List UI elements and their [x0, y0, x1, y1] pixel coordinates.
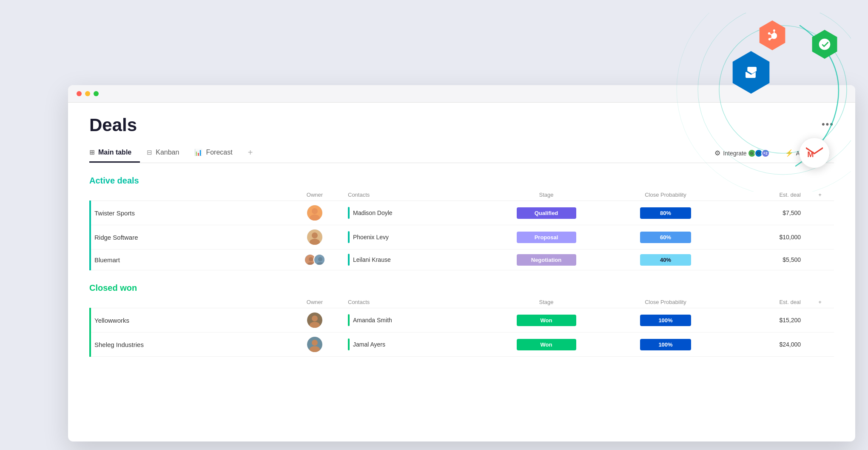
- table-row[interactable]: Twister Sports Madison Doyle Qualified 8…: [90, 201, 834, 225]
- prob-cell: 100%: [609, 308, 722, 332]
- add-row-button[interactable]: [806, 249, 834, 270]
- browser-titlebar: [68, 85, 855, 103]
- th-owner: Owner: [287, 189, 343, 201]
- tab-kanban-label: Kanban: [156, 149, 179, 156]
- tabs-right: ⚙ Integrate G O +2 ⚡ Automate / 2: [710, 146, 834, 160]
- prob-cell: 40%: [609, 249, 722, 270]
- contact-cell: Leilani Krause: [343, 249, 483, 270]
- tab-kanban[interactable]: ⊟ Kanban: [147, 144, 188, 163]
- automate-label: Automate / 2: [796, 150, 830, 157]
- prob-badge: 60%: [640, 232, 691, 243]
- prob-cell: 100%: [609, 332, 722, 357]
- tab-main-table-label: Main table: [98, 149, 131, 156]
- tab-main-table[interactable]: ⊞ Main table: [89, 144, 140, 163]
- est-deal: $5,500: [722, 249, 806, 270]
- deal-name: Ridge Software: [90, 225, 287, 249]
- contact-name: Amanda Smith: [353, 317, 392, 324]
- svg-point-17: [312, 315, 318, 321]
- stage-badge: Won: [517, 315, 576, 326]
- deal-name: Twister Sports: [90, 201, 287, 225]
- add-row-button[interactable]: [806, 201, 834, 225]
- th-stage: Stage: [483, 189, 609, 201]
- th-est: Est. deal: [722, 189, 806, 201]
- forecast-icon: 📊: [194, 149, 202, 156]
- table-row[interactable]: Ridge Software Phoenix Levy Proposal 60%…: [90, 225, 834, 249]
- automate-icon: ⚡: [785, 149, 794, 157]
- contact-bar: [348, 314, 350, 326]
- closed-won-title: Closed won: [89, 283, 137, 293]
- contact-cell: Phoenix Levy: [343, 225, 483, 249]
- deal-name: Sheleg Industries: [90, 332, 287, 357]
- th-add-active: +: [806, 189, 834, 201]
- table-row[interactable]: Sheleg Industries Jamal Ayers Won 100% $…: [90, 332, 834, 357]
- contact-bar: [348, 338, 350, 350]
- add-row-button[interactable]: [806, 225, 834, 249]
- svg-point-5: [312, 208, 318, 214]
- tab-forecast-label: Forecast: [206, 149, 232, 156]
- page-header: Deals •••: [89, 115, 834, 135]
- owner-cell: [287, 332, 343, 357]
- svg-point-8: [312, 232, 318, 238]
- contact-cell: Amanda Smith: [343, 308, 483, 332]
- asana-icon: [810, 30, 839, 59]
- deal-name: Bluemart: [90, 249, 287, 270]
- add-tab-button[interactable]: +: [241, 143, 260, 163]
- svg-point-11: [309, 257, 313, 261]
- contact-bar: [348, 207, 350, 219]
- contact-name: Leilani Krause: [353, 256, 391, 263]
- contact-bar: [348, 254, 350, 266]
- est-deal: $24,000: [722, 332, 806, 357]
- active-deals-section: Active deals Owner Contacts Stage Close …: [89, 176, 834, 270]
- contact-cell: Madison Doyle: [343, 201, 483, 225]
- int-badge-count: +2: [761, 149, 770, 158]
- minimize-dot: [85, 91, 90, 96]
- add-row-button[interactable]: [806, 308, 834, 332]
- owner-cell: [287, 308, 343, 332]
- est-deal: $7,500: [722, 201, 806, 225]
- integrate-button[interactable]: ⚙ Integrate G O +2: [710, 146, 774, 160]
- owner-cell: [287, 225, 343, 249]
- automate-button[interactable]: ⚡ Automate / 2: [781, 146, 834, 160]
- stage-cell: Won: [483, 332, 609, 357]
- expand-dot: [94, 91, 99, 96]
- integrate-icon: ⚙: [714, 149, 720, 157]
- stage-badge: Qualified: [517, 207, 576, 219]
- table-icon: ⊞: [89, 149, 95, 156]
- tabs-row: ⊞ Main table ⊟ Kanban 📊 Forecast + ⚙ Int…: [89, 143, 834, 163]
- svg-point-20: [312, 340, 318, 346]
- more-options-button[interactable]: •••: [822, 119, 834, 130]
- active-deals-table: Owner Contacts Stage Close Probability E…: [89, 189, 834, 270]
- prob-badge: 40%: [640, 254, 691, 266]
- deal-name: Yellowworks: [90, 308, 287, 332]
- integration-icons: G O +2: [749, 149, 770, 158]
- active-deals-header: Active deals: [89, 176, 834, 186]
- prob-cell: 60%: [609, 225, 722, 249]
- stage-cell: Proposal: [483, 225, 609, 249]
- prob-badge: 80%: [640, 207, 691, 219]
- contact-name: Jamal Ayers: [353, 341, 385, 348]
- tab-forecast[interactable]: 📊 Forecast: [194, 144, 241, 163]
- stage-cell: Won: [483, 308, 609, 332]
- stage-badge: Won: [517, 339, 576, 350]
- stage-badge: Negotiation: [517, 254, 576, 266]
- svg-point-14: [318, 257, 322, 261]
- add-row-button[interactable]: [806, 332, 834, 357]
- contact-bar: [348, 231, 350, 243]
- prob-badge: 100%: [640, 339, 691, 350]
- contact-cell: Jamal Ayers: [343, 332, 483, 357]
- browser-window: Deals ••• ⊞ Main table ⊟ Kanban 📊 Foreca…: [68, 85, 855, 441]
- th-owner-cw: Owner: [287, 296, 343, 308]
- contact-name: Phoenix Levy: [353, 234, 389, 241]
- stage-cell: Qualified: [483, 201, 609, 225]
- table-row[interactable]: Bluemart Leilani Krause Negotiation 40% …: [90, 249, 834, 270]
- browser-content: Deals ••• ⊞ Main table ⊟ Kanban 📊 Foreca…: [68, 103, 855, 439]
- closed-won-header: Closed won: [89, 283, 834, 293]
- closed-won-section: Closed won Owner Contacts Stage Close Pr…: [89, 283, 834, 357]
- th-contacts: Contacts: [343, 189, 483, 201]
- kanban-icon: ⊟: [147, 149, 152, 156]
- prob-cell: 80%: [609, 201, 722, 225]
- closed-won-table: Owner Contacts Stage Close Probability E…: [89, 296, 834, 357]
- th-prob: Close Probability: [609, 189, 722, 201]
- th-prob-cw: Close Probability: [609, 296, 722, 308]
- table-row[interactable]: Yellowworks Amanda Smith Won 100% $15,20…: [90, 308, 834, 332]
